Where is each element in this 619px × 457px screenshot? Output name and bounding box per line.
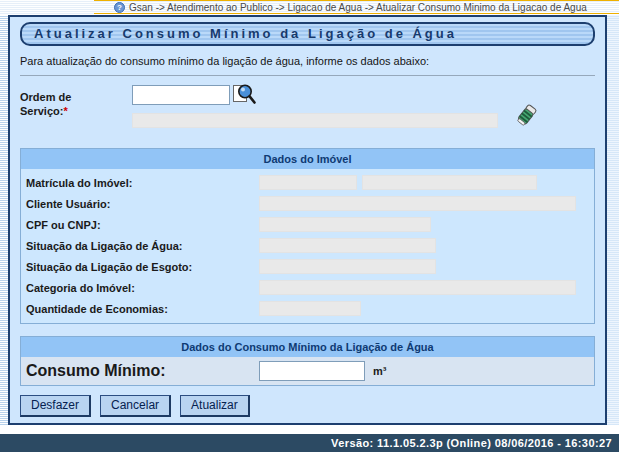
situacao-esgoto-value — [259, 259, 436, 274]
breadcrumb[interactable]: Gsan -> Atendimento ao Publico -> Ligaca… — [129, 2, 587, 13]
row-situacao-agua: Situação da Ligação de Água: — [21, 235, 594, 256]
row-cpf-cnpj: CPF ou CNPJ: — [21, 214, 594, 235]
row-matricula: Matrícula do Imóvel: — [21, 172, 594, 193]
situacao-agua-value — [259, 238, 436, 253]
cliente-usuario-label: Cliente Usuário: — [26, 198, 259, 210]
ordem-servico-block: Ordem de Serviço:* — [20, 84, 595, 140]
main-frame: Atualizar Consumo Mínimo da Ligação de Á… — [0, 15, 607, 425]
situacao-agua-label: Situação da Ligação de Água: — [26, 240, 259, 252]
desfazer-button[interactable]: Desfazer — [20, 395, 91, 417]
cpf-cnpj-value — [259, 217, 431, 232]
row-quantidade-economias: Quantidade de Economias: — [21, 298, 594, 319]
eraser-icon[interactable] — [514, 102, 538, 134]
matricula-label: Matrícula do Imóvel: — [26, 177, 259, 189]
quantidade-economias-value — [259, 301, 361, 316]
situacao-esgoto-label: Situação da Ligação de Esgoto: — [26, 261, 259, 273]
categoria-value — [259, 280, 576, 295]
breadcrumb-strip: ? Gsan -> Atendimento ao Publico -> Liga… — [94, 0, 619, 14]
gsan-window: ? Gsan -> Atendimento ao Publico -> Liga… — [0, 0, 619, 457]
instruction-text: Para atualização do consumo mínimo da li… — [20, 55, 595, 67]
page-title: Atualizar Consumo Mínimo da Ligação de Á… — [20, 22, 595, 46]
ordem-servico-input[interactable] — [132, 85, 230, 105]
breadcrumb-bar: ? Gsan -> Atendimento ao Publico -> Liga… — [0, 0, 619, 15]
consumo-section: Dados do Consumo Mínimo da Ligação de Ág… — [20, 336, 595, 386]
consumo-section-title: Dados do Consumo Mínimo da Ligação de Ág… — [21, 337, 594, 357]
consumo-minimo-label: Consumo Mínimo: — [26, 362, 259, 380]
ordem-servico-description — [132, 113, 498, 128]
ordem-servico-label: Ordem de Serviço:* — [20, 84, 94, 118]
atualizar-button[interactable]: Atualizar — [180, 395, 250, 417]
imovel-section-body: Matrícula do Imóvel: Cliente Usuário: CP… — [21, 169, 594, 323]
cliente-usuario-value — [259, 196, 576, 211]
right-margin-stripes — [607, 15, 619, 425]
footer-bar: Versão: 11.1.05.2.3p (Online) 08/06/2016… — [0, 434, 619, 452]
button-row: Desfazer Cancelar Atualizar — [20, 395, 595, 417]
imovel-section-title: Dados do Imóvel — [21, 149, 594, 169]
help-icon[interactable]: ? — [114, 2, 125, 13]
categoria-label: Categoria do Imóvel: — [26, 282, 259, 294]
divider — [20, 75, 595, 76]
imovel-section: Dados do Imóvel Matrícula do Imóvel: Cli… — [20, 148, 595, 324]
search-icon[interactable] — [232, 81, 257, 112]
quantidade-economias-label: Quantidade de Economias: — [26, 303, 259, 315]
required-marker: * — [63, 105, 67, 117]
left-margin-stripes — [0, 15, 8, 425]
form-content: Atualizar Consumo Mínimo da Ligação de Á… — [8, 15, 607, 425]
row-consumo-minimo: Consumo Mínimo: m³ — [21, 357, 594, 385]
version-text: Versão: 11.1.05.2.3p (Online) 08/06/2016… — [331, 437, 612, 449]
consumo-minimo-input[interactable] — [259, 361, 365, 381]
matricula-inscricao-value — [362, 175, 537, 190]
cpf-cnpj-label: CPF ou CNPJ: — [26, 219, 259, 231]
matricula-value — [259, 175, 357, 190]
row-situacao-esgoto: Situação da Ligação de Esgoto: — [21, 256, 594, 277]
consumo-minimo-unit: m³ — [373, 365, 386, 377]
cancelar-button[interactable]: Cancelar — [100, 395, 171, 417]
row-cliente-usuario: Cliente Usuário: — [21, 193, 594, 214]
row-categoria: Categoria do Imóvel: — [21, 277, 594, 298]
